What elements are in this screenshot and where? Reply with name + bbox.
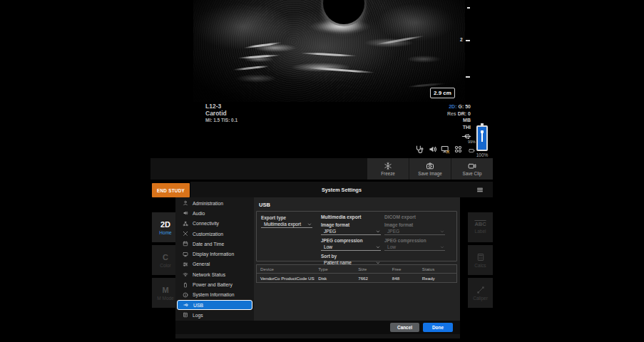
echo-streak	[375, 35, 424, 46]
chevron-down-icon	[376, 245, 380, 249]
menu-item-general[interactable]: General	[175, 259, 254, 269]
col-header-size: Size	[354, 266, 389, 271]
speaker-icon	[183, 210, 188, 216]
screen: 2 2.9 cm L12-3 Carotid MI: 1.5 TIS: 0.1 …	[0, 0, 644, 342]
col-header-status: Status	[419, 266, 456, 271]
menu-label: General	[193, 261, 210, 266]
image-format-label: Image format	[321, 222, 381, 227]
param-mb: MB	[463, 118, 471, 123]
settings-title: System Settings	[322, 187, 362, 193]
imaging-parameters: 2D:G: 50 ResDR: 0 MB THI	[447, 103, 471, 130]
menu-item-date-and-time[interactable]: Date and Time	[175, 239, 254, 249]
cell-status: Ready	[419, 276, 456, 281]
freeze-button[interactable]: Freeze	[367, 158, 409, 180]
camera-icon	[426, 162, 434, 170]
mode-mmode-key: M	[162, 286, 168, 294]
dicom-jpeg-compression-select: Low	[384, 244, 445, 251]
top-toolbar: Freeze Save Image Save Clip	[150, 158, 493, 180]
mi-tis-label: MI: 1.5 TIS: 0.1	[205, 117, 237, 124]
menu-label: System Information	[193, 292, 235, 297]
settings-titlebar: System Settings	[190, 182, 493, 197]
export-settings-group: Export type Multimedia export Multimedia…	[256, 211, 457, 261]
done-button[interactable]: Done	[423, 323, 453, 332]
table-header-row: Device Type Size Free Status	[257, 265, 456, 274]
save-clip-button[interactable]: Save Clip	[451, 158, 493, 180]
preset-label: Carotid	[205, 110, 237, 117]
abc-icon: ABC	[474, 221, 486, 227]
param-line: 2D:G: 50	[447, 103, 471, 110]
mode-color-key: C	[163, 253, 168, 261]
export-type-select[interactable]: Multimedia export	[261, 221, 312, 228]
menu-item-power-and-battery[interactable]: Power and Battery	[175, 279, 254, 289]
export-type-column: Export type Multimedia export	[261, 212, 312, 228]
save-clip-label: Save Clip	[463, 171, 482, 176]
jpeg-compression-label: JPEG compression	[321, 238, 381, 243]
menu-label: Power and Battery	[193, 282, 232, 287]
menu-item-customization[interactable]: Customization	[175, 229, 254, 239]
param-res-label: Res	[447, 111, 456, 116]
info-icon	[183, 292, 188, 298]
export-type-value: Multimedia export	[264, 222, 301, 227]
network-cluster-icon[interactable]	[454, 145, 463, 154]
dicom-jpeg-compression-label: JPEG compression	[384, 238, 445, 243]
menu-label: Network Status	[193, 272, 225, 277]
transducer-label: L12-3	[205, 103, 237, 110]
col-header-device: Device	[257, 266, 315, 271]
echo-streak	[307, 67, 375, 74]
menu-item-network-status[interactable]: Network Status	[175, 269, 254, 279]
menu-item-administration[interactable]: Administration	[175, 198, 254, 208]
cross-icon	[183, 231, 188, 237]
depth-tick	[467, 7, 470, 9]
menu-label: Display Information	[193, 252, 234, 256]
image-format-select[interactable]: JPEG	[321, 228, 381, 235]
param-gain: G: 50	[458, 104, 471, 109]
display-disconnected-icon[interactable]	[441, 145, 450, 154]
calcs-tool-label: Calcs	[474, 263, 486, 268]
person-icon	[183, 200, 188, 206]
label-tool-button[interactable]: ABC Label	[468, 212, 493, 242]
page-title: USB	[259, 202, 270, 208]
multimedia-export-header: Multimedia export	[321, 214, 381, 219]
jpeg-compression-select[interactable]: Low	[321, 244, 381, 251]
menu-label: Customization	[193, 232, 223, 237]
calcs-tool-button[interactable]: Calcs	[468, 245, 493, 275]
dialog-action-bar: Cancel Done	[175, 321, 460, 334]
menu-item-usb[interactable]: USB	[177, 300, 252, 310]
menu-item-connectivity[interactable]: Connectivity	[175, 219, 254, 229]
param-line: THI	[447, 124, 471, 131]
caliper-tool-button[interactable]: Caliper	[468, 278, 493, 308]
nodes-icon	[183, 221, 188, 227]
secondary-battery-percent: 99%	[466, 140, 477, 144]
volume-icon[interactable]	[428, 145, 437, 154]
end-study-button[interactable]: END STUDY	[152, 183, 190, 197]
cell-free: 848	[389, 276, 419, 281]
echo-streak	[300, 52, 357, 57]
menu-item-logs[interactable]: Logs	[175, 310, 254, 320]
depth-tick	[466, 40, 470, 41]
calculator-icon	[476, 253, 485, 261]
dicom-export-column: DICOM export Image format JPEG JPEG comp…	[384, 212, 445, 251]
menu-item-system-information[interactable]: System Information	[175, 290, 254, 300]
cell-size: 7662	[354, 276, 389, 281]
measurement-value[interactable]: 2.9 cm	[430, 88, 455, 98]
jpeg-compression-value: Low	[324, 244, 332, 249]
stethoscope-icon[interactable]	[415, 145, 424, 154]
ultrasound-image[interactable]	[193, 0, 465, 102]
param-dr: DR: 0	[458, 111, 471, 116]
sliders-icon	[183, 261, 188, 267]
videocam-icon	[468, 162, 476, 170]
cancel-button[interactable]: Cancel	[390, 323, 419, 332]
mode-mmode-label: M Mode	[157, 296, 173, 301]
param-thi: THI	[463, 125, 471, 130]
menu-item-audio[interactable]: Audio	[175, 208, 254, 218]
table-row[interactable]: VendorCo ProductCode USB D Disk 7662 848…	[257, 274, 456, 282]
save-image-button[interactable]: Save Image	[409, 158, 451, 180]
document-icon	[183, 312, 188, 318]
menu-icon[interactable]	[476, 187, 484, 193]
menu-label: Logs	[193, 313, 203, 318]
carotid-vessel-shadow	[323, 0, 364, 24]
menu-item-display-information[interactable]: Display Information	[175, 249, 254, 259]
echo-streak	[232, 65, 270, 71]
monitor-icon	[183, 252, 188, 257]
depth-tick	[466, 76, 470, 78]
